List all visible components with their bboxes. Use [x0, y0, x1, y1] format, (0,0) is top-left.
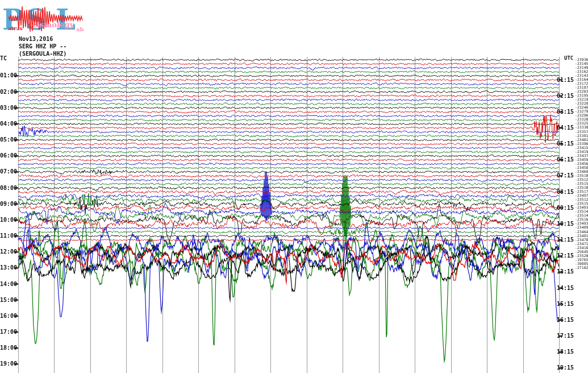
date-label: Nov13,2016: [19, 36, 53, 42]
hour-label-right: 17:15: [547, 333, 574, 339]
right-time-axis: 01:1502:1503:1504:1505:1506:1507:1508:15…: [547, 0, 574, 373]
hour-label-right: 04:15: [547, 125, 574, 131]
hour-label-right: 13:15: [547, 269, 574, 275]
trace-offset-column: -23936-23145-23149-23162-23143-23164-231…: [575, 0, 588, 373]
helicorder-page: { "page": {"width": 1035, "height": 656,…: [0, 0, 588, 373]
hour-label-left: 04:00: [0, 121, 17, 127]
logo-word-1: eismology: [32, 20, 74, 29]
hour-label-left: 10:00: [0, 217, 17, 223]
hour-label-right: 01:15: [547, 77, 574, 83]
hour-label-left: 15:00: [0, 297, 17, 303]
hour-label-right: 03:15: [547, 109, 574, 115]
hour-label-left: 17:00: [0, 329, 17, 335]
hour-label-right: 19:15: [547, 365, 574, 371]
left-time-axis: 01:0002:0003:0004:0005:0006:0007:0008:00…: [0, 0, 17, 373]
station-channel-label: SERG HHZ HP --: [19, 43, 66, 49]
hour-label-left: 18:00: [0, 345, 17, 351]
hour-label-left: 09:00: [0, 201, 17, 207]
hour-label-left: 03:00: [0, 105, 17, 111]
hour-label-right: 08:15: [547, 189, 574, 195]
hour-label-left: 05:00: [0, 137, 17, 143]
hour-label-right: 05:15: [547, 141, 574, 147]
hour-label-left: 02:00: [0, 89, 17, 95]
hour-label-right: 15:15: [547, 301, 574, 307]
hour-label-right: 18:15: [547, 349, 574, 355]
hour-label-left: 16:00: [0, 313, 17, 319]
station-name-label: (SERGOULA-HHZ): [19, 51, 66, 57]
hour-label-right: 07:15: [547, 173, 574, 179]
hour-label-left: 06:00: [0, 153, 17, 159]
hour-label-right: 09:15: [547, 205, 574, 211]
hour-label-left: 19:00: [0, 361, 17, 367]
hour-label-left: 11:00: [0, 233, 17, 239]
hour-label-left: 12:00: [0, 249, 17, 255]
hour-label-left: 08:00: [0, 185, 17, 191]
hour-label-left: 14:00: [0, 281, 17, 287]
hour-label-right: 02:15: [547, 93, 574, 99]
hour-label-right: 06:15: [547, 157, 574, 163]
trace-offset-value: -27102: [575, 266, 588, 270]
logo-word-2: ab: [76, 26, 84, 32]
hour-label-right: 12:15: [547, 253, 574, 259]
hour-label-right: 10:15: [547, 221, 574, 227]
helicorder-canvas: [0, 0, 588, 373]
hour-label-left: 13:00: [0, 265, 17, 271]
hour-label-right: 16:15: [547, 317, 574, 323]
hour-label-right: 11:15: [547, 237, 574, 243]
hour-label-right: 14:15: [547, 285, 574, 291]
hour-label-left: 07:00: [0, 169, 17, 175]
hour-label-left: 01:00: [0, 73, 17, 78]
